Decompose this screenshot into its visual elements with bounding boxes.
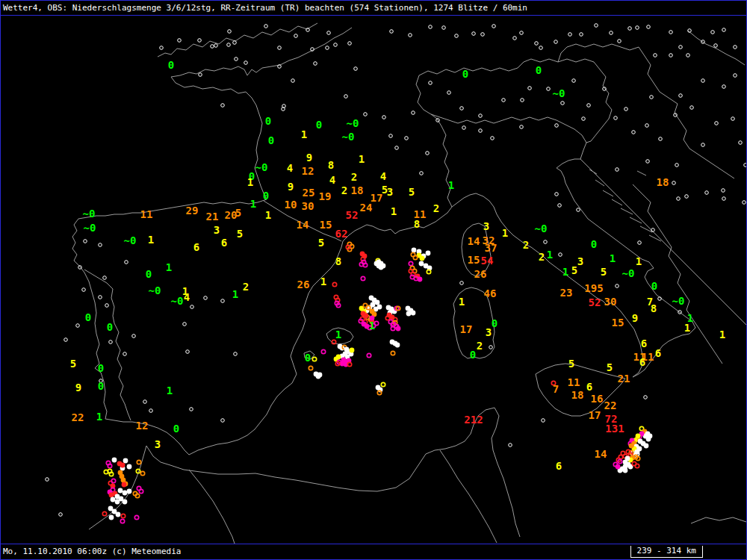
station-value: 23 [560,287,573,299]
station-circle [149,409,153,413]
station-value: 0 [651,280,657,292]
station-value: 0 [98,362,104,374]
station-value: 2 [539,251,545,263]
station-value: 9 [75,382,81,393]
station-circle [677,197,681,201]
station-value: 8 [335,255,341,267]
station-value: 0 [263,190,269,202]
station-value: 17 [589,409,601,421]
lightning-dot [367,353,371,357]
station-circle [644,396,648,399]
station-value: 1 [250,198,256,210]
map-canvas[interactable]: 00010~0~0948112~001924251942185351710302… [1,16,747,545]
lightning-dot [420,256,425,261]
station-circle [109,340,113,344]
station-circle [214,44,218,48]
station-value: 1 [562,266,568,278]
station-value: 2 [523,239,529,251]
lightning-dot [350,348,355,353]
station-circle [344,95,348,99]
station-value: 0 [107,321,113,333]
station-circle [686,54,690,57]
station-value: 16 [591,393,604,405]
lightning-dot [102,511,106,515]
station-value: 1 [684,322,690,334]
station-value: ~0 [672,295,685,307]
lightning-dot [395,343,400,348]
station-value: 2 [243,281,249,293]
station-circle [513,37,517,40]
station-circle [685,195,689,199]
station-value: 0 [173,423,179,435]
station-circle [460,107,464,111]
station-circle [178,39,182,43]
station-circle [405,137,409,140]
station-value: 1 [167,385,173,396]
station-circle [183,323,187,326]
station-value: 1 [166,261,172,273]
station-circle [76,324,80,328]
station-circle [555,124,559,128]
station-value: 4 [329,174,335,186]
station-value: 30 [302,200,314,212]
station-circle [647,25,651,29]
station-value: 131 [605,423,624,435]
station-value: 26 [474,268,487,280]
station-value: 0 [146,268,152,280]
station-circle [555,193,559,196]
station-value: 18 [657,176,669,188]
coastline-libya [691,517,746,523]
lightning-dot [623,468,628,473]
station-circle [235,57,238,61]
station-value: 1 [320,276,326,287]
station-circle [278,46,282,50]
lightning-dot [332,282,336,286]
coastlines-layer [72,23,747,545]
station-value: 5 [70,358,76,370]
lightning-dot [412,248,417,253]
station-value: 5 [568,358,574,370]
station-value: 15 [612,317,624,329]
station-value: 1 [148,234,154,246]
station-value: ~0 [171,295,184,307]
station-value: 29 [186,205,199,217]
station-circle [364,113,368,116]
station-value: 6 [655,347,661,359]
station-value: 6 [639,356,645,368]
station-circle [491,137,495,140]
station-value: 1 [301,128,307,140]
station-value: 1 [391,205,397,217]
station-value: 6 [556,460,562,472]
lightning-dot [391,351,394,355]
lightning-dot [120,519,124,523]
coastline-italy [476,159,695,377]
station-circle [568,33,572,37]
station-value: 52 [346,209,359,221]
station-circle [334,43,338,47]
station-value: 4 [380,170,386,182]
station-value: 4 [287,162,293,174]
station-value: 1 [547,249,553,261]
station-value: 5 [235,207,241,219]
station-circle [327,31,331,35]
lightning-dot [140,471,144,475]
station-value: 17 [460,323,473,335]
station-circle [616,168,619,172]
station-circle [492,25,496,28]
lightning-dot [108,464,111,467]
lightning-dot [644,444,649,449]
weather-map-window: Wetter4, OBS: Niederschlagsmenge 3/6/12s… [0,0,747,560]
station-circle [650,96,654,99]
station-circle [99,296,102,299]
station-value: 7 [553,383,559,395]
lightning-dot [123,500,128,505]
station-circle [654,54,657,57]
station-value: 26 [297,279,310,290]
station-circle [722,28,726,32]
station-circle [743,201,746,205]
lightning-dot [419,261,424,267]
station-value: 21 [206,211,219,223]
station-circle [125,261,128,264]
station-value: 6 [641,337,647,349]
station-value: 25 [303,187,315,199]
